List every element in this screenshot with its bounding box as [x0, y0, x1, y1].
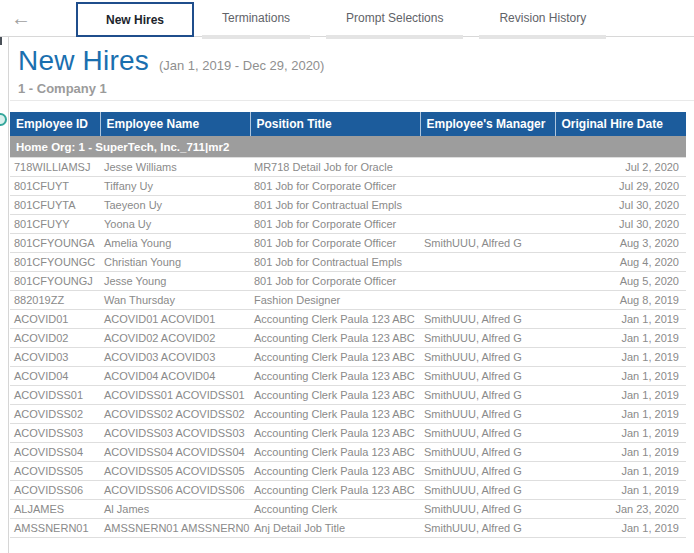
- back-arrow-icon[interactable]: ←: [6, 0, 36, 36]
- column-header-position-title[interactable]: Position Title: [250, 112, 420, 136]
- table-row: ACOVID04ACOVID04 ACOVID04Accounting Cler…: [10, 367, 686, 386]
- position-title-cell: 801 Job for Corporate Officer: [250, 234, 420, 253]
- employee-id-cell: ALJAMES: [10, 500, 100, 519]
- position-title-cell: Accounting Clerk Paula 123 ABC: [250, 405, 420, 424]
- employee-id-cell: ACOVIDSS05: [10, 462, 100, 481]
- manager-cell: SmithUUU, Alfred G: [420, 348, 555, 367]
- position-title-cell: Accounting Clerk Paula 123 ABC: [250, 367, 420, 386]
- hire-date-cell: Jan 1, 2019: [555, 519, 686, 538]
- table-row: ACOVIDSS06ACOVIDSS06 ACOVIDSS06Accountin…: [10, 481, 686, 500]
- manager-cell: SmithUUU, Alfred G: [420, 386, 555, 405]
- employee-id-cell: 801CFUYY: [10, 215, 100, 234]
- position-title-cell: Accounting Clerk Paula 123 ABC: [250, 386, 420, 405]
- column-header-employee-s-manager[interactable]: Employee's Manager: [420, 112, 555, 136]
- table-row: ACOVIDSS04ACOVIDSS04 ACOVIDSS04Accountin…: [10, 443, 686, 462]
- tab-prompt-selections[interactable]: Prompt Selections: [318, 2, 471, 33]
- employee-id-cell: ACOVIDSS04: [10, 443, 100, 462]
- hire-date-cell: Jan 1, 2019: [555, 386, 686, 405]
- table-row: 882019ZZWan ThursdayFashion DesignerAug …: [10, 291, 686, 310]
- employee-name-cell: Yoona Uy: [100, 215, 250, 234]
- tab-new-hires[interactable]: New Hires: [76, 2, 194, 37]
- position-title-cell: Accounting Clerk: [250, 500, 420, 519]
- employee-id-cell: ACOVIDSS03: [10, 424, 100, 443]
- manager-cell: SmithUUU, Alfred G: [420, 405, 555, 424]
- tab-bar: ← New HiresTerminationsPrompt Selections…: [0, 0, 694, 37]
- manager-cell: [420, 291, 555, 310]
- company-filter-label: 1 - Company 1: [18, 81, 694, 96]
- table-row: ACOVIDSS02ACOVIDSS02 ACOVIDSS02Accountin…: [10, 405, 686, 424]
- position-title-cell: 801 Job for Contractual Empls: [250, 253, 420, 272]
- hire-date-cell: Jul 29, 2020: [555, 177, 686, 196]
- table-row: ACOVID03ACOVID03 ACOVID03Accounting Cler…: [10, 348, 686, 367]
- hire-date-cell: Jan 1, 2019: [555, 329, 686, 348]
- table-row: 801CFYOUNGAAmelia Young801 Job for Corpo…: [10, 234, 686, 253]
- hire-date-cell: Jul 30, 2020: [555, 196, 686, 215]
- hire-date-cell: Jan 1, 2019: [555, 405, 686, 424]
- hire-date-cell: Aug 5, 2020: [555, 272, 686, 291]
- table-row: 801CFUYTATaeyeon Uy801 Job for Contractu…: [10, 196, 686, 215]
- position-title-cell: Anj Detail Job Title: [250, 519, 420, 538]
- position-title-cell: 801 Job for Corporate Officer: [250, 272, 420, 291]
- table-header-row: Employee IDEmployee NamePosition TitleEm…: [10, 112, 686, 136]
- employee-name-cell: ACOVIDSS01 ACOVIDSS01: [100, 386, 250, 405]
- manager-cell: [420, 272, 555, 291]
- section-divider: [10, 100, 694, 101]
- hire-date-cell: Aug 4, 2020: [555, 253, 686, 272]
- manager-cell: [420, 177, 555, 196]
- page-title: New Hires: [18, 45, 149, 76]
- hire-date-cell: Jan 1, 2019: [555, 443, 686, 462]
- tab-terminations[interactable]: Terminations: [194, 2, 318, 33]
- employee-name-cell: AMSSNERN01 AMSSNERN01: [100, 519, 250, 538]
- manager-cell: SmithUUU, Alfred G: [420, 310, 555, 329]
- employee-name-cell: Jesse Young: [100, 272, 250, 291]
- employee-name-cell: ACOVID01 ACOVID01: [100, 310, 250, 329]
- manager-cell: SmithUUU, Alfred G: [420, 443, 555, 462]
- date-range: (Jan 1, 2019 - Dec 29, 2020): [159, 58, 325, 73]
- hire-date-cell: Jan 1, 2019: [555, 348, 686, 367]
- column-header-original-hire-date[interactable]: Original Hire Date: [555, 112, 686, 136]
- employee-name-cell: ACOVID02 ACOVID02: [100, 329, 250, 348]
- table-row: ACOVID01ACOVID01 ACOVID01Accounting Cler…: [10, 310, 686, 329]
- tab-revision-history[interactable]: Revision History: [471, 2, 614, 33]
- employee-id-cell: 801CFUYT: [10, 177, 100, 196]
- employee-id-cell: ACOVID04: [10, 367, 100, 386]
- hire-date-cell: Jan 1, 2019: [555, 462, 686, 481]
- group-header-label: Home Org: 1 - SuperTech, Inc._711|mr2: [10, 136, 686, 158]
- employee-name-cell: ACOVIDSS03 ACOVIDSS03: [100, 424, 250, 443]
- employee-name-cell: ACOVIDSS04 ACOVIDSS04: [100, 443, 250, 462]
- employee-id-cell: ACOVIDSS02: [10, 405, 100, 424]
- employee-name-cell: ACOVID03 ACOVID03: [100, 348, 250, 367]
- employee-name-cell: Tiffany Uy: [100, 177, 250, 196]
- left-edge-tick: [0, 37, 2, 45]
- column-header-employee-name[interactable]: Employee Name: [100, 112, 250, 136]
- hire-date-cell: Jan 23, 2020: [555, 500, 686, 519]
- position-title-cell: 801 Job for Contractual Empls: [250, 196, 420, 215]
- table-row: 801CFUYTTiffany Uy801 Job for Corporate …: [10, 177, 686, 196]
- position-title-cell: Accounting Clerk Paula 123 ABC: [250, 329, 420, 348]
- group-header-row: Home Org: 1 - SuperTech, Inc._711|mr2: [10, 136, 686, 158]
- table-row: 801CFYOUNGCChristian Young801 Job for Co…: [10, 253, 686, 272]
- employee-name-cell: Christian Young: [100, 253, 250, 272]
- employee-id-cell: 882019ZZ: [10, 291, 100, 310]
- employee-id-cell: ACOVID01: [10, 310, 100, 329]
- employee-name-cell: ACOVIDSS02 ACOVIDSS02: [100, 405, 250, 424]
- hire-date-cell: Jan 1, 2019: [555, 481, 686, 500]
- table-row: ACOVIDSS03ACOVIDSS03 ACOVIDSS03Accountin…: [10, 424, 686, 443]
- table-row: ACOVIDSS01ACOVIDSS01 ACOVIDSS01Accountin…: [10, 386, 686, 405]
- employee-id-cell: ACOVIDSS01: [10, 386, 100, 405]
- employee-name-cell: Jesse Williams: [100, 158, 250, 177]
- position-title-cell: 801 Job for Corporate Officer: [250, 215, 420, 234]
- position-title-cell: Accounting Clerk Paula 123 ABC: [250, 443, 420, 462]
- manager-cell: SmithUUU, Alfred G: [420, 329, 555, 348]
- table-row: 718WILLIAMSJJesse WilliamsMR718 Detail J…: [10, 158, 686, 177]
- employee-id-cell: 718WILLIAMSJ: [10, 158, 100, 177]
- employee-name-cell: ACOVID04 ACOVID04: [100, 367, 250, 386]
- tab-list: New HiresTerminationsPrompt SelectionsRe…: [76, 0, 614, 36]
- table-row: 801CFYOUNGJJesse Young801 Job for Corpor…: [10, 272, 686, 291]
- position-title-cell: Accounting Clerk Paula 123 ABC: [250, 310, 420, 329]
- manager-cell: SmithUUU, Alfred G: [420, 367, 555, 386]
- column-header-employee-id[interactable]: Employee ID: [10, 112, 100, 136]
- manager-cell: SmithUUU, Alfred G: [420, 519, 555, 538]
- employee-name-cell: Amelia Young: [100, 234, 250, 253]
- report-screen: { "tabbar": { "back_icon": "←", "tabs": …: [0, 0, 694, 553]
